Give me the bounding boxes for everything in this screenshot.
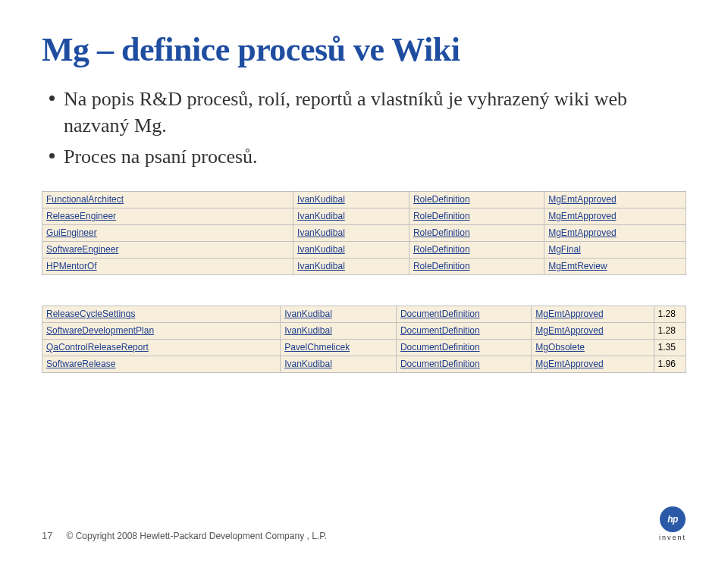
wiki-link[interactable]: MgObsolete: [535, 342, 585, 353]
wiki-link[interactable]: SoftwareDevelopmentPlan: [46, 325, 154, 336]
table-cell: RoleDefinition: [409, 242, 544, 259]
table-row: QaControlReleaseReportPavelChmelicekDocu…: [42, 340, 686, 356]
bullet-item: Na popis R&D procesů, rolí, reportů a vl…: [49, 86, 686, 139]
table-cell: GuiEngineer: [42, 225, 293, 242]
table-cell: RoleDefinition: [409, 208, 544, 225]
wiki-link[interactable]: SoftwareRelease: [46, 359, 115, 369]
table-row: GuiEngineerIvanKudibalRoleDefinitionMgEm…: [42, 225, 686, 242]
table-row: ReleaseEngineerIvanKudibalRoleDefinition…: [42, 208, 686, 225]
copyright-text: © Copyright 2008 Hewlett-Packard Develop…: [66, 531, 326, 541]
hp-invent-text: invent: [659, 534, 686, 541]
wiki-link[interactable]: DocumentDefinition: [400, 359, 480, 369]
wiki-link[interactable]: RoleDefinition: [413, 194, 470, 205]
table-cell: ReleaseEngineer: [42, 208, 293, 225]
table-cell: RoleDefinition: [409, 259, 544, 275]
bullet-text: Proces na psaní procesů.: [64, 143, 258, 170]
bullet-list: Na popis R&D procesů, rolí, reportů a vl…: [49, 86, 686, 170]
table-cell: RoleDefinition: [409, 225, 544, 242]
table-cell: MgEmtApproved: [544, 225, 686, 242]
footer: 17 © Copyright 2008 Hewlett-Packard Deve…: [42, 506, 686, 541]
table-cell: FunctionalArchitect: [42, 192, 293, 208]
wiki-link[interactable]: RoleDefinition: [413, 261, 470, 271]
table-cell: SoftwareRelease: [42, 356, 281, 373]
table-cell: MgEmtApproved: [532, 306, 654, 323]
wiki-link[interactable]: ReleaseCycleSettings: [46, 309, 135, 319]
table-cell: IvanKudibal: [293, 242, 410, 259]
table-cell: IvanKudibal: [281, 323, 397, 340]
slide-title: Mg – definice procesů ve Wiki: [42, 30, 686, 69]
documents-table: ReleaseCycleSettingsIvanKudibalDocumentD…: [42, 306, 686, 373]
table-row: SoftwareReleaseIvanKudibalDocumentDefini…: [42, 356, 686, 373]
table-cell: SoftwareEngineer: [42, 242, 293, 259]
wiki-link[interactable]: IvanKudibal: [284, 359, 332, 369]
bullet-text: Na popis R&D procesů, rolí, reportů a vl…: [64, 86, 686, 139]
table-cell: IvanKudibal: [281, 306, 397, 323]
table-cell: MgEmtApproved: [532, 323, 654, 340]
table-cell: MgEmtApproved: [532, 356, 654, 373]
wiki-link[interactable]: PavelChmelicek: [284, 342, 350, 353]
table-cell: MgEmtApproved: [544, 192, 686, 208]
table-cell: DocumentDefinition: [396, 356, 531, 373]
version-cell: 1.35: [654, 340, 686, 356]
wiki-link[interactable]: MgEmtReview: [548, 261, 607, 271]
table-row: SoftwareDevelopmentPlanIvanKudibalDocume…: [42, 323, 686, 340]
wiki-link[interactable]: FunctionalArchitect: [46, 194, 124, 205]
wiki-link[interactable]: RoleDefinition: [413, 211, 470, 221]
wiki-link[interactable]: MgEmtApproved: [548, 227, 616, 238]
table-row: SoftwareEngineerIvanKudibalRoleDefinitio…: [42, 242, 686, 259]
wiki-link[interactable]: ReleaseEngineer: [46, 211, 116, 221]
table-cell: IvanKudibal: [293, 208, 410, 225]
table-cell: DocumentDefinition: [396, 323, 531, 340]
hp-logo-icon: hp: [660, 506, 686, 532]
table-cell: MgEmtReview: [544, 259, 686, 275]
wiki-link[interactable]: MgEmtApproved: [535, 359, 603, 369]
wiki-link[interactable]: IvanKudibal: [297, 261, 345, 271]
wiki-link[interactable]: MgFinal: [548, 244, 581, 255]
table-cell: MgObsolete: [532, 340, 654, 356]
wiki-link[interactable]: HPMentorOf: [46, 261, 97, 271]
wiki-link[interactable]: RoleDefinition: [413, 227, 470, 238]
table-cell: RoleDefinition: [409, 192, 544, 208]
wiki-link[interactable]: DocumentDefinition: [400, 342, 480, 353]
wiki-link[interactable]: DocumentDefinition: [400, 309, 480, 319]
table-cell: SoftwareDevelopmentPlan: [42, 323, 281, 340]
wiki-link[interactable]: IvanKudibal: [297, 244, 345, 255]
table-row: FunctionalArchitectIvanKudibalRoleDefini…: [42, 192, 686, 208]
wiki-link[interactable]: DocumentDefinition: [400, 325, 480, 336]
version-cell: 1.96: [654, 356, 686, 373]
wiki-link[interactable]: GuiEngineer: [46, 227, 97, 238]
slide-number: 17: [42, 530, 52, 541]
table-cell: IvanKudibal: [281, 356, 397, 373]
wiki-link[interactable]: SoftwareEngineer: [46, 244, 118, 255]
table-cell: PavelChmelicek: [281, 340, 397, 356]
table-row: ReleaseCycleSettingsIvanKudibalDocumentD…: [42, 306, 686, 323]
table-cell: IvanKudibal: [293, 259, 410, 275]
bullet-icon: [49, 153, 55, 158]
wiki-link[interactable]: IvanKudibal: [297, 227, 345, 238]
table-row: HPMentorOfIvanKudibalRoleDefinitionMgEmt…: [42, 259, 686, 275]
wiki-link[interactable]: IvanKudibal: [297, 194, 345, 205]
table-cell: IvanKudibal: [293, 225, 410, 242]
wiki-link[interactable]: MgEmtApproved: [548, 194, 616, 205]
wiki-link[interactable]: IvanKudibal: [284, 309, 332, 319]
bullet-item: Proces na psaní procesů.: [49, 143, 686, 170]
wiki-link[interactable]: MgEmtApproved: [548, 211, 616, 221]
wiki-link[interactable]: MgEmtApproved: [535, 325, 603, 336]
table-cell: IvanKudibal: [293, 192, 410, 208]
wiki-link[interactable]: IvanKudibal: [297, 211, 345, 221]
wiki-link[interactable]: QaControlReleaseReport: [46, 342, 149, 353]
version-cell: 1.28: [654, 306, 686, 323]
wiki-link[interactable]: MgEmtApproved: [535, 309, 603, 319]
table-cell: MgEmtApproved: [544, 208, 686, 225]
version-cell: 1.28: [654, 323, 686, 340]
wiki-link[interactable]: IvanKudibal: [284, 325, 332, 336]
roles-table: FunctionalArchitectIvanKudibalRoleDefini…: [42, 191, 686, 275]
table-cell: ReleaseCycleSettings: [42, 306, 281, 323]
bullet-icon: [49, 96, 55, 101]
table-cell: QaControlReleaseReport: [42, 340, 281, 356]
table-cell: DocumentDefinition: [396, 340, 531, 356]
table-cell: HPMentorOf: [42, 259, 293, 275]
wiki-link[interactable]: RoleDefinition: [413, 244, 470, 255]
table-cell: DocumentDefinition: [396, 306, 531, 323]
table-cell: MgFinal: [544, 242, 686, 259]
